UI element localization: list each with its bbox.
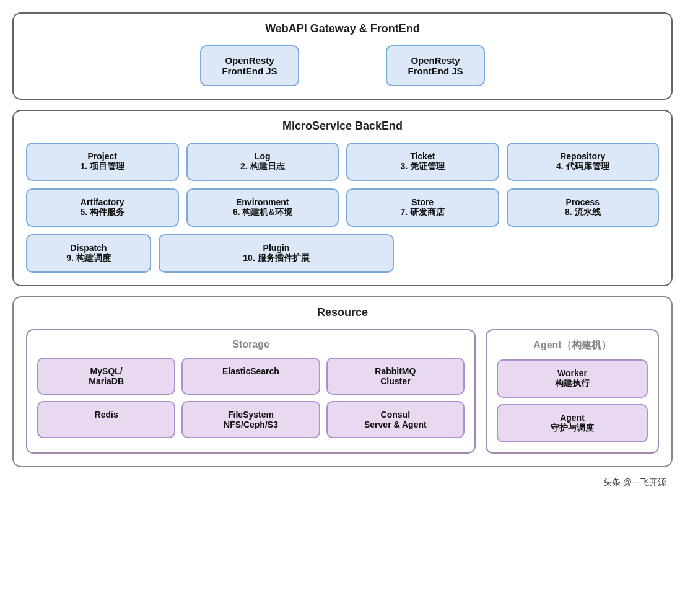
resource-inner: Storage MySQL/ MariaDB ElasticSearch Rab… xyxy=(26,329,659,454)
consul-line2: Server & Agent xyxy=(364,420,427,429)
openresty-2-line2: FrontEnd JS xyxy=(408,66,463,76)
environment-line1: Environment xyxy=(236,197,289,207)
worker-box: Worker 构建执行 xyxy=(497,359,648,398)
dispatch-box: Dispatch 9. 构建调度 xyxy=(26,234,151,273)
repository-line2: 4. 代码库管理 xyxy=(556,161,609,171)
agent-container: Agent（构建机） Worker 构建执行 Agent 守护与调度 xyxy=(486,329,659,454)
filesystem-box: FileSystem NFS/Ceph/S3 xyxy=(181,401,320,438)
ticket-line1: Ticket xyxy=(410,151,435,161)
consul-line1: Consul xyxy=(381,410,410,420)
filesystem-line1: FileSystem xyxy=(228,410,274,420)
openresty-1-line2: FrontEnd JS xyxy=(222,66,277,76)
repository-line1: Repository xyxy=(560,151,605,161)
openresty-1-line1: OpenResty xyxy=(225,55,274,66)
ticket-line2: 3. 凭证管理 xyxy=(400,161,445,171)
log-box: Log 2. 构建日志 xyxy=(186,143,339,181)
microservice-row-2: Artifactory 5. 构件服务 Environment 6. 构建机&环… xyxy=(26,188,659,227)
openresty-frontend-box-1: OpenResty FrontEnd JS xyxy=(200,45,299,86)
microservice-section: MicroService BackEnd Project 1. 项目管理 Log… xyxy=(12,110,673,286)
agent-box-item: Agent 守护与调度 xyxy=(497,404,648,442)
storage-title: Storage xyxy=(37,339,465,350)
agent-line2: 守护与调度 xyxy=(551,423,594,433)
microservice-row-1: Project 1. 项目管理 Log 2. 构建日志 Ticket 3. 凭证… xyxy=(26,143,659,181)
log-line2: 2. 构建日志 xyxy=(240,161,285,171)
project-line2: 1. 项目管理 xyxy=(80,161,124,171)
openresty-frontend-box-2: OpenResty FrontEnd JS xyxy=(386,45,485,86)
store-box: Store 7. 研发商店 xyxy=(346,188,499,227)
artifactory-line2: 5. 构件服务 xyxy=(80,207,124,217)
storage-row-1: MySQL/ MariaDB ElasticSearch RabbitMQ Cl… xyxy=(37,358,465,395)
webapi-title: WebAPI Gateway & FrontEnd xyxy=(26,22,659,35)
store-line1: Store xyxy=(411,197,434,207)
rabbitmq-box: RabbitMQ Cluster xyxy=(326,358,465,395)
agent-grid: Worker 构建执行 Agent 守护与调度 xyxy=(497,359,648,442)
elasticsearch-box: ElasticSearch xyxy=(181,358,320,395)
agent-section-title: Agent（构建机） xyxy=(497,339,648,352)
redis-box: Redis xyxy=(37,401,175,438)
resource-title: Resource xyxy=(26,306,659,319)
watermark: 头条 @一飞开源 xyxy=(12,477,673,488)
rabbitmq-line2: Cluster xyxy=(380,376,410,386)
elasticsearch-line1: ElasticSearch xyxy=(222,366,279,376)
microservice-row-3: Dispatch 9. 构建调度 Plugin 10. 服务插件扩展 xyxy=(26,234,659,273)
plugin-line1: Plugin xyxy=(263,243,290,253)
ticket-box: Ticket 3. 凭证管理 xyxy=(346,143,499,181)
worker-line2: 构建执行 xyxy=(555,378,590,388)
webapi-gateway-section: WebAPI Gateway & FrontEnd OpenResty Fron… xyxy=(12,12,673,100)
mysql-box: MySQL/ MariaDB xyxy=(37,358,175,395)
agent-line1: Agent xyxy=(560,413,585,423)
artifactory-box: Artifactory 5. 构件服务 xyxy=(26,188,179,227)
process-line2: 8. 流水线 xyxy=(565,207,601,217)
log-line1: Log xyxy=(255,151,271,161)
openresty-2-line1: OpenResty xyxy=(411,55,460,66)
process-line1: Process xyxy=(566,197,600,207)
storage-container: Storage MySQL/ MariaDB ElasticSearch Rab… xyxy=(26,329,476,454)
mysql-line2: MariaDB xyxy=(89,376,124,386)
dispatch-line2: 9. 构建调度 xyxy=(66,253,111,263)
storage-row-2: Redis FileSystem NFS/Ceph/S3 Consul Serv… xyxy=(37,401,465,438)
worker-line1: Worker xyxy=(557,368,587,378)
repository-box: Repository 4. 代码库管理 xyxy=(507,143,660,181)
rabbitmq-line1: RabbitMQ xyxy=(375,366,416,376)
filesystem-line2: NFS/Ceph/S3 xyxy=(224,420,278,429)
environment-box: Environment 6. 构建机&环境 xyxy=(186,188,339,227)
dispatch-line1: Dispatch xyxy=(70,243,107,253)
webapi-boxes-container: OpenResty FrontEnd JS OpenResty FrontEnd… xyxy=(26,45,659,86)
project-line1: Project xyxy=(88,151,117,161)
mysql-line1: MySQL/ xyxy=(90,366,123,376)
project-box: Project 1. 项目管理 xyxy=(26,143,179,181)
consul-box: Consul Server & Agent xyxy=(326,401,465,438)
environment-line2: 6. 构建机&环境 xyxy=(233,207,292,217)
plugin-line2: 10. 服务插件扩展 xyxy=(243,253,309,263)
resource-section: Resource Storage MySQL/ MariaDB ElasticS… xyxy=(12,296,673,467)
redis-line1: Redis xyxy=(95,410,118,420)
plugin-box: Plugin 10. 服务插件扩展 xyxy=(159,234,394,273)
microservice-grid: Project 1. 项目管理 Log 2. 构建日志 Ticket 3. 凭证… xyxy=(26,143,659,273)
store-line2: 7. 研发商店 xyxy=(400,207,445,217)
artifactory-line1: Artifactory xyxy=(81,197,124,207)
storage-grid: MySQL/ MariaDB ElasticSearch RabbitMQ Cl… xyxy=(37,358,465,438)
process-box: Process 8. 流水线 xyxy=(507,188,660,227)
microservice-title: MicroService BackEnd xyxy=(26,120,659,133)
